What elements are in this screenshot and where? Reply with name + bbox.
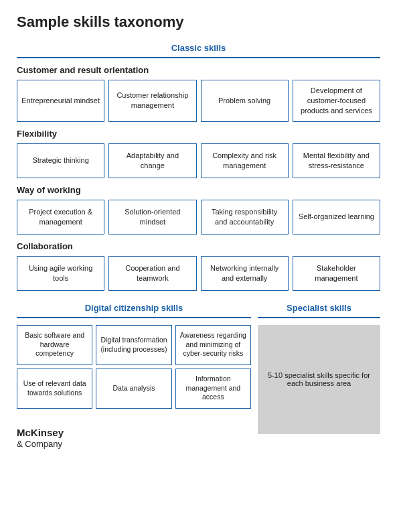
skill-stakeholder: Stakeholder management (293, 256, 380, 291)
skill-cyber-security: Awareness regarding and minimizing of cy… (175, 325, 251, 365)
skill-agile-tools: Using agile working tools (17, 256, 104, 291)
category-collaboration: Collaboration Using agile working tools … (17, 241, 380, 291)
skill-strategic-thinking: Strategic thinking (17, 143, 104, 178)
skill-mental-flexibility: Mental flexibility and stress-resistance (293, 143, 380, 178)
wow-skills-grid: Project execution & management Solution-… (17, 200, 380, 235)
category-collab-label: Collaboration (17, 241, 380, 251)
classic-skills-section: Classic skills Customer and result orien… (17, 43, 380, 291)
skill-info-management: Information management and access (175, 369, 251, 409)
skill-adaptability: Adaptability and change (108, 143, 196, 178)
logo-line2: & Company (17, 439, 380, 450)
skill-relevant-data: Use of relevant data towards solutions (17, 369, 92, 409)
skill-data-analysis: Data analysis (96, 369, 171, 409)
digital-row-2: Use of relevant data towards solutions D… (17, 369, 251, 409)
category-flexibility: Flexibility Strategic thinking Adaptabil… (17, 129, 380, 178)
skill-entrepreneurial: Entrepreneurial mindset (17, 80, 104, 122)
digital-row-1: Basic software and hardware competency D… (17, 325, 251, 365)
skill-self-organized: Self-organized learning (293, 200, 380, 235)
category-way-of-working: Way of working Project execution & manag… (17, 185, 380, 235)
classic-skills-header: Classic skills (17, 43, 380, 53)
specialist-divider (258, 317, 380, 318)
category-wow-label: Way of working (17, 185, 380, 195)
skill-responsibility: Taking responsibility and accountability (201, 200, 289, 235)
bottom-section: Digital citizenship skills Basic softwar… (17, 303, 380, 412)
flexibility-skills-grid: Strategic thinking Adaptability and chan… (17, 143, 380, 178)
collab-skills-grid: Using agile working tools Cooperation an… (17, 256, 380, 291)
specialist-skills-section: Specialist skills 5-10 specialist skills… (258, 303, 380, 412)
skill-problem-solving: Problem solving (201, 80, 289, 122)
digital-skills-header: Digital citizenship skills (17, 303, 251, 313)
classic-divider (17, 57, 380, 58)
specialist-description: 5-10 specialist skills specific for each… (258, 325, 380, 434)
skill-cooperation: Cooperation and teamwork (108, 256, 196, 291)
digital-skills-section: Digital citizenship skills Basic softwar… (17, 303, 251, 412)
category-customer-label: Customer and result orientation (17, 65, 380, 75)
skill-dev-products: Development of customer-focused products… (293, 80, 380, 122)
skill-networking: Networking internally and externally (201, 256, 289, 291)
customer-skills-grid: Entrepreneurial mindset Customer relatio… (17, 80, 380, 122)
digital-divider (17, 317, 251, 318)
skill-solution-mindset: Solution-oriented mindset (108, 200, 196, 235)
skill-digital-transformation: Digital transformation (including proces… (96, 325, 171, 365)
skill-complexity-risk: Complexity and risk management (201, 143, 289, 178)
page-title: Sample skills taxonomy (17, 13, 380, 31)
skill-project-execution: Project execution & management (17, 200, 104, 235)
specialist-skills-header: Specialist skills (258, 303, 380, 313)
category-flexibility-label: Flexibility (17, 129, 380, 139)
skill-crm: Customer relationship management (108, 80, 196, 122)
skill-basic-software: Basic software and hardware competency (17, 325, 92, 365)
category-customer: Customer and result orientation Entrepre… (17, 65, 380, 122)
